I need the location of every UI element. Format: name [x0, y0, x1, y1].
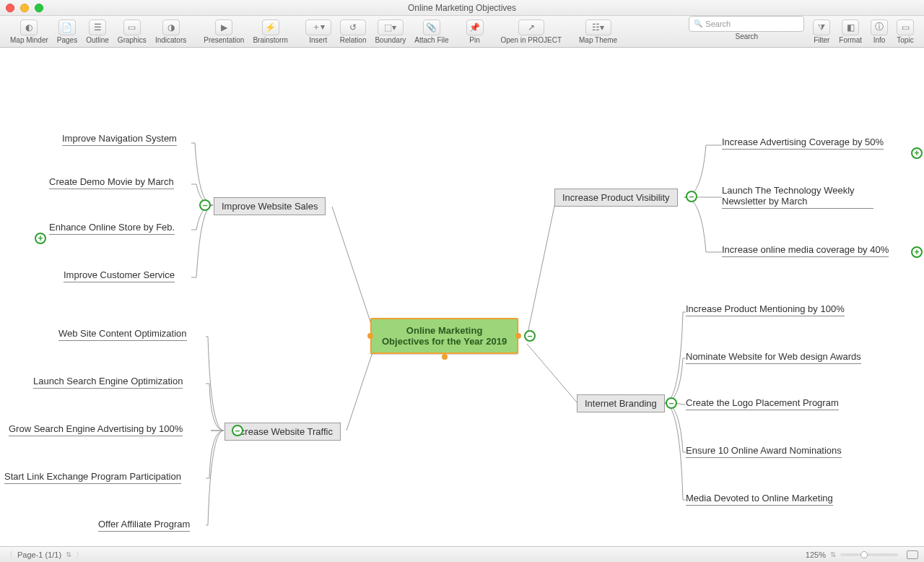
map-minder-button[interactable]: ◐Map Minder [6, 16, 53, 48]
graphics-icon: ▭ [123, 20, 141, 35]
minimize-icon[interactable] [20, 4, 29, 12]
page-stepper[interactable]: ⇅ [66, 550, 71, 558]
indicators-icon: ◑ [162, 20, 180, 35]
search-label: Search [735, 33, 758, 40]
branch-improve-website-sales[interactable]: Improve Website Sales [214, 197, 326, 215]
expand-toggle[interactable]: + [911, 147, 923, 159]
collapse-toggle[interactable]: – [686, 191, 697, 202]
leaf-item[interactable]: Create Demo Movie by March [49, 175, 174, 189]
collapse-toggle[interactable]: – [666, 397, 677, 409]
presentation-icon: ▶ [215, 20, 232, 35]
leaf-item[interactable]: Nominate Website for Web design Awards [686, 350, 861, 364]
outline-icon: ☰ [89, 20, 106, 35]
branch-increase-product-visibility[interactable]: Increase Product Visibility [554, 189, 678, 207]
pages-icon: 📄 [58, 20, 76, 35]
format-icon: ◧ [842, 20, 859, 35]
leaf-item[interactable]: Web Site Content Optimization [58, 327, 187, 341]
boundary-button[interactable]: ⬚▾Boundary [370, 16, 410, 48]
format-button[interactable]: ◧Format [834, 16, 866, 48]
relation-icon: ↺ [340, 20, 366, 35]
zoom-stepper[interactable]: ⇅ [830, 550, 836, 558]
pin-button[interactable]: 📌Pin [462, 16, 488, 48]
leaf-item[interactable]: Launch Search Engine Optimization [33, 374, 183, 389]
central-line2: Objectives for the Year 2019 [382, 336, 507, 347]
insert-icon: ＋▾ [305, 20, 331, 35]
svg-line-3 [527, 344, 578, 403]
map-theme-button[interactable]: ☷▾Map Theme [575, 16, 622, 48]
svg-line-2 [527, 199, 556, 337]
next-page-button[interactable]: 〉 [76, 550, 83, 560]
outline-button[interactable]: ☰Outline [82, 16, 113, 48]
topic-button[interactable]: ▭Topic [892, 16, 918, 48]
branch-internet-branding[interactable]: Internet Branding [577, 394, 665, 412]
leaf-item[interactable]: Launch The Technology Weekly Newsletter … [722, 183, 873, 209]
expand-toggle[interactable]: + [911, 246, 923, 258]
central-line1: Online Marketing [382, 325, 507, 336]
leaf-item[interactable]: Start Link Exchange Program Participatio… [4, 470, 181, 484]
filter-button[interactable]: ⧩Filter [808, 16, 834, 48]
svg-line-1 [346, 344, 375, 431]
pin-icon: 📌 [466, 20, 484, 35]
mindmap-canvas[interactable]: Online Marketing Objectives for the Year… [0, 48, 924, 546]
leaf-item[interactable]: Grow Search Engine Advertising by 100% [9, 422, 183, 436]
insert-button[interactable]: ＋▾Insert [301, 16, 336, 48]
map-minder-icon: ◐ [20, 20, 38, 35]
leaf-item[interactable]: Improve Navigation System [62, 131, 177, 146]
page-indicator: Page-1 (1/1) [17, 550, 61, 559]
leaf-item[interactable]: Ensure 10 Online Award Nominations [686, 444, 842, 458]
window-controls [6, 4, 43, 12]
collapse-toggle[interactable]: – [524, 330, 536, 342]
collapse-toggle[interactable]: – [232, 425, 243, 436]
expand-toggle[interactable]: + [35, 233, 46, 244]
open-project-icon: ↗ [518, 20, 544, 35]
prev-page-button[interactable]: 〈 [6, 550, 13, 560]
map-theme-icon: ☷▾ [585, 20, 611, 35]
resize-handle[interactable] [515, 333, 521, 339]
attach-file-button[interactable]: 📎Attach File [410, 16, 453, 48]
maximize-icon[interactable] [35, 4, 43, 12]
resize-handle[interactable] [367, 333, 373, 339]
leaf-item[interactable]: Increase Product Mentioning by 100% [686, 302, 845, 316]
collapse-toggle[interactable]: – [199, 199, 211, 211]
zoom-thumb[interactable] [860, 551, 868, 558]
svg-line-0 [332, 207, 375, 337]
info-icon: ⓘ [871, 20, 888, 35]
central-topic[interactable]: Online Marketing Objectives for the Year… [370, 318, 518, 354]
toolbar: ◐Map Minder 📄Pages ☰Outline ▭Graphics ◑I… [0, 16, 924, 48]
attach-file-icon: 📎 [423, 20, 440, 35]
zoom-slider[interactable] [840, 553, 898, 556]
resize-handle[interactable] [442, 354, 448, 360]
titlebar: Online Marketing Objectives [0, 0, 924, 16]
leaf-item[interactable]: Media Devoted to Online Marketing [686, 491, 833, 506]
graphics-button[interactable]: ▭Graphics [113, 16, 151, 48]
open-project-button[interactable]: ↗Open in PROJECT [497, 16, 566, 48]
topic-icon: ▭ [897, 20, 914, 35]
leaf-item[interactable]: Create the Logo Placement Program [686, 396, 839, 410]
relation-button[interactable]: ↺Relation [336, 16, 371, 48]
brainstorm-button[interactable]: ⚡Brainstorm [248, 16, 292, 48]
info-button[interactable]: ⓘInfo [866, 16, 892, 48]
indicators-button[interactable]: ◑Indicators [151, 16, 191, 48]
fit-view-icon[interactable] [907, 550, 918, 559]
leaf-item[interactable]: Enhance Online Store by Feb. [49, 220, 175, 235]
leaf-item[interactable]: Increase Advertising Coverage by 50% [722, 135, 884, 150]
leaf-item[interactable]: Increase online media coverage by 40% [722, 243, 889, 257]
brainstorm-icon: ⚡ [262, 20, 279, 35]
filter-icon: ⧩ [813, 20, 830, 35]
search-input[interactable]: Search [689, 16, 804, 32]
leaf-item[interactable]: Improve Customer Service [64, 268, 175, 282]
close-icon[interactable] [6, 4, 14, 12]
status-bar: 〈 Page-1 (1/1) ⇅ 〉 125% ⇅ [0, 546, 924, 562]
boundary-icon: ⬚▾ [378, 20, 404, 35]
pages-button[interactable]: 📄Pages [53, 16, 82, 48]
zoom-level: 125% [806, 550, 826, 559]
leaf-item[interactable]: Offer Affiliate Program [98, 517, 190, 532]
presentation-button[interactable]: ▶Presentation [199, 16, 248, 48]
window-title: Online Marketing Objectives [0, 3, 924, 13]
